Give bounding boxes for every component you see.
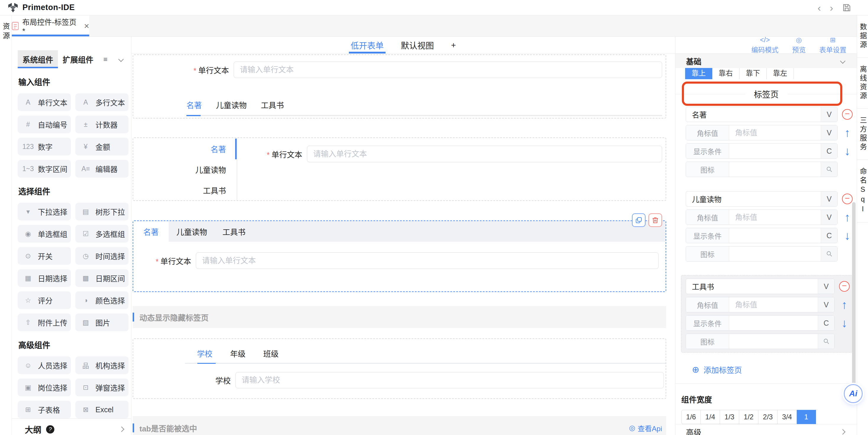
book-tab[interactable]: 名著: [186, 99, 202, 110]
school-tab[interactable]: 年级: [230, 348, 246, 359]
move-up-button[interactable]: ↑: [844, 127, 850, 138]
tabs-component-school[interactable]: 学校 年级 班级 学校: [133, 338, 666, 399]
badge-input[interactable]: [729, 297, 818, 312]
palette-item-auto-number[interactable]: # 自动编号: [18, 116, 71, 133]
book-tab[interactable]: 工具书: [133, 180, 237, 200]
tab-position-option[interactable]: 靠下: [740, 68, 767, 79]
icon-search-button[interactable]: [821, 162, 837, 177]
move-down-button[interactable]: ↓: [841, 317, 847, 329]
variable-toggle[interactable]: V: [818, 297, 834, 312]
single-line-text-input[interactable]: [307, 146, 662, 162]
variable-toggle[interactable]: V: [821, 125, 837, 140]
tabs-component-bottom[interactable]: *单行文本 名著 儿童读物 工具书: [133, 54, 666, 119]
scrollbar-thumb[interactable]: [852, 202, 856, 402]
book-tab[interactable]: 儿童读物: [133, 159, 237, 180]
palette-tab[interactable]: 扩展组件: [58, 50, 98, 68]
tab-name-input[interactable]: [686, 279, 818, 294]
move-up-button[interactable]: ↑: [844, 211, 850, 223]
icon-search-button[interactable]: [818, 334, 834, 349]
width-option[interactable]: 3/4: [778, 410, 797, 424]
view-tab[interactable]: 默认视图: [401, 37, 434, 54]
school-tab[interactable]: 班级: [263, 348, 279, 359]
activity-bar-resources[interactable]: 资源: [1, 23, 11, 435]
palette-item-date-picker[interactable]: ▦ 日期选择: [18, 269, 71, 287]
palette-tab[interactable]: 系统组件: [18, 50, 58, 68]
tab-position-option[interactable]: 靠左: [767, 68, 794, 79]
variable-toggle[interactable]: V: [821, 191, 837, 206]
tabs-component-left[interactable]: 名著 儿童读物 工具书 *单行文本: [133, 137, 666, 201]
remove-tab-button[interactable]: −: [839, 281, 850, 292]
palette-item-excel[interactable]: ⊠ Excel: [75, 401, 128, 418]
toolbar-button[interactable]: ⊞ 表单设置: [819, 36, 846, 54]
badge-input[interactable]: [729, 210, 821, 225]
book-tab[interactable]: 名著: [133, 221, 169, 242]
badge-input[interactable]: [729, 125, 821, 140]
tab-name-input[interactable]: [686, 191, 821, 206]
remove-tab-button[interactable]: −: [842, 193, 852, 204]
variable-toggle[interactable]: V: [821, 210, 837, 225]
palette-item-amount[interactable]: ¥ 金额: [75, 138, 128, 155]
width-option[interactable]: 1/2: [739, 410, 758, 424]
palette-item-image[interactable]: ▧ 图片: [75, 314, 128, 331]
document-tab[interactable]: 布局控件-标签页* ×: [12, 15, 89, 36]
icon-input[interactable]: [729, 334, 818, 349]
tabs-component-selected[interactable]: 名著 儿童读物 工具书 *单行文本: [133, 220, 666, 292]
icon-input[interactable]: [729, 246, 821, 261]
palette-item-number-range[interactable]: 1~3 数字区间: [18, 160, 71, 178]
single-line-text-input[interactable]: [234, 61, 662, 78]
palette-item-single-line-text[interactable]: A 单行文本: [18, 93, 71, 111]
palette-collapse-icon[interactable]: [118, 57, 123, 62]
palette-item-time-picker[interactable]: ◷ 时间选择: [75, 247, 128, 265]
width-option[interactable]: 1/6: [681, 410, 701, 424]
palette-item-radio-group[interactable]: ◉ 单选框组: [18, 225, 71, 243]
condition-input[interactable]: [729, 316, 818, 331]
copy-button[interactable]: [632, 213, 646, 227]
tab-name-input[interactable]: [686, 107, 821, 122]
palette-item-org-select[interactable]: 品 机构选择: [75, 356, 128, 374]
palette-item-tree-select[interactable]: ▤ 树形下拉: [75, 203, 128, 220]
width-option[interactable]: 1/4: [701, 410, 720, 424]
variable-toggle[interactable]: V: [821, 107, 837, 122]
school-tab[interactable]: 学校: [197, 348, 212, 359]
width-option[interactable]: 2/3: [758, 410, 778, 424]
icon-input[interactable]: [729, 162, 821, 177]
rail-item[interactable]: 离线资源: [857, 58, 868, 109]
tab-position-option[interactable]: 靠右: [712, 68, 740, 79]
width-option[interactable]: 1: [797, 410, 816, 424]
info-icon[interactable]: ?: [46, 425, 54, 434]
outline-footer[interactable]: 大纲 ?: [12, 418, 131, 435]
forward-icon[interactable]: ›: [830, 3, 833, 13]
condition-toggle[interactable]: C: [821, 144, 837, 158]
condition-toggle[interactable]: C: [818, 316, 834, 331]
move-up-button[interactable]: ↑: [841, 299, 847, 311]
book-tab[interactable]: 名著: [133, 138, 237, 159]
basic-section-header[interactable]: 基础: [675, 54, 857, 68]
book-tab[interactable]: 工具书: [261, 99, 284, 110]
toolbar-button[interactable]: </> 编码模式: [751, 36, 778, 54]
move-down-button[interactable]: ↓: [844, 145, 850, 157]
move-down-button[interactable]: ↓: [844, 229, 850, 242]
width-option[interactable]: 1/3: [720, 410, 739, 424]
tab-position-option[interactable]: 靠上: [685, 68, 712, 79]
palette-item-editor[interactable]: A≡ 编辑器: [75, 160, 128, 178]
save-icon[interactable]: [842, 3, 851, 12]
palette-item-color-picker[interactable]: ◑ 颜色选择: [75, 291, 128, 309]
view-tab[interactable]: +: [451, 37, 456, 54]
rail-item[interactable]: 三方服务: [857, 109, 868, 160]
book-tab[interactable]: 儿童读物: [169, 221, 215, 242]
palette-item-dropdown-select[interactable]: ▾ 下拉选择: [18, 203, 71, 220]
rail-item[interactable]: 数据源: [857, 15, 868, 58]
variable-toggle[interactable]: V: [818, 279, 834, 294]
toolbar-button[interactable]: ◎ 预览: [792, 36, 806, 54]
rail-item[interactable]: 命名Sql: [857, 160, 868, 222]
palette-item-sub-table[interactable]: ⊞ 子表格: [18, 401, 71, 418]
palette-item-person-select[interactable]: ☺ 人员选择: [18, 356, 71, 374]
palette-item-number[interactable]: 123 数字: [18, 138, 71, 155]
palette-item-rating[interactable]: ☆ 评分: [18, 291, 71, 309]
book-tab[interactable]: 儿童读物: [216, 99, 247, 110]
add-tab-page-button[interactable]: ⊕ 添加标签页: [675, 364, 857, 375]
palette-item-popup-select[interactable]: ⊡ 弹窗选择: [75, 378, 128, 396]
back-icon[interactable]: ‹: [817, 3, 821, 13]
condition-input[interactable]: [729, 228, 821, 243]
book-tab[interactable]: 工具书: [215, 221, 253, 242]
